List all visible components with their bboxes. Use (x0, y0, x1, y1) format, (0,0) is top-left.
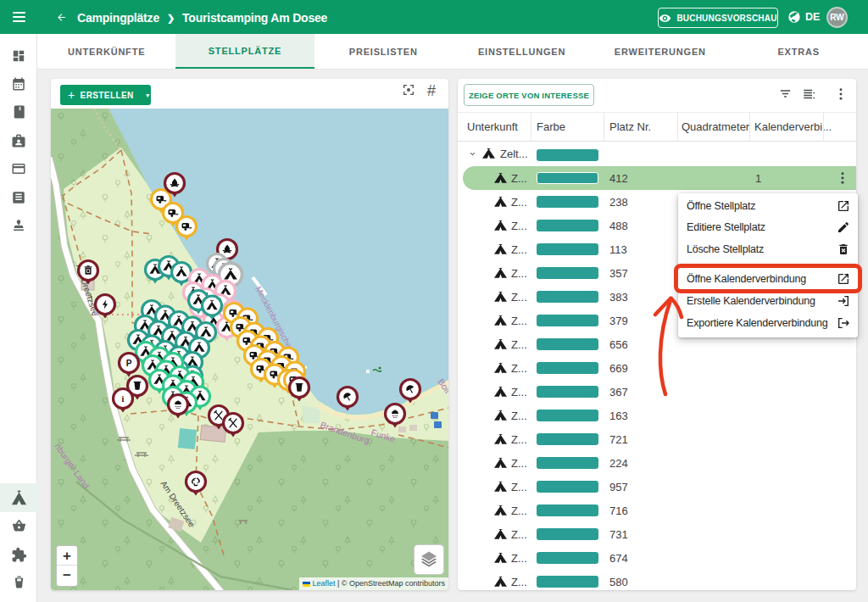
svg-text:i: i (122, 394, 125, 404)
svg-text:P: P (126, 359, 132, 368)
